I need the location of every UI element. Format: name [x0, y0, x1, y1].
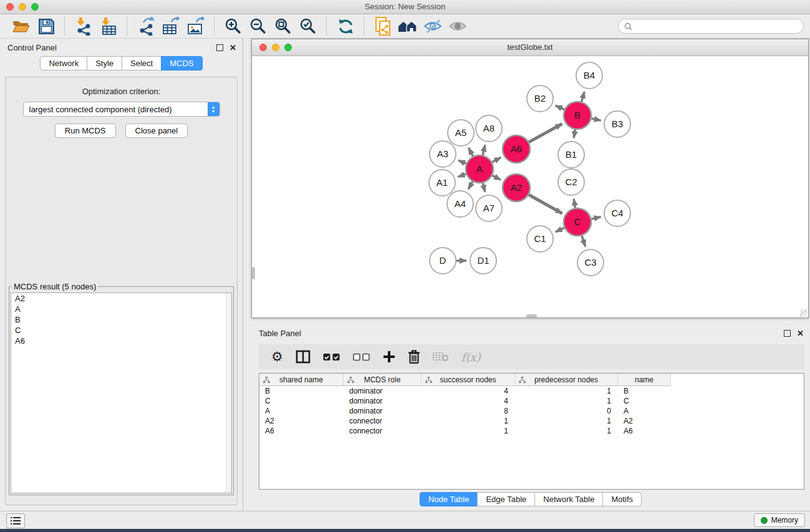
edge-C-C1[interactable]: [556, 228, 564, 231]
graph-node-A6[interactable]: A6: [503, 135, 530, 163]
clone-network-icon[interactable]: [370, 16, 395, 36]
table-row[interactable]: A2connector11A2: [259, 416, 804, 426]
float-panel-icon[interactable]: [216, 44, 223, 51]
graph-node-C1[interactable]: C1: [527, 226, 553, 252]
edge-A-A4[interactable]: [468, 181, 473, 189]
graph-node-A5[interactable]: A5: [448, 120, 474, 146]
graph-node-C2[interactable]: C2: [558, 169, 584, 195]
open-session-icon[interactable]: [9, 16, 34, 36]
graph-node-C[interactable]: C: [564, 208, 591, 236]
tab-mcds[interactable]: MCDS: [161, 56, 202, 70]
close-panel-icon[interactable]: ✕: [229, 45, 236, 51]
tab-network-table[interactable]: Network Table: [534, 492, 603, 506]
add-row-icon[interactable]: [383, 347, 395, 366]
mcds-result-item[interactable]: A: [11, 304, 231, 314]
network-canvas[interactable]: B4B2BB3A8A5A6A3B1AC2A1A2A4A7C4CC1DD1C3: [252, 56, 808, 317]
cell-successor-nodes[interactable]: 1: [422, 417, 515, 425]
cell-predecessor-nodes[interactable]: 0: [515, 407, 618, 415]
graph-node-C3[interactable]: C3: [577, 249, 604, 276]
select-all-icon[interactable]: [323, 347, 340, 366]
mcds-result-item[interactable]: A2: [11, 293, 231, 304]
edge-A-A7[interactable]: [483, 183, 485, 191]
cell-MCDS-role[interactable]: dominator: [344, 397, 422, 405]
cell-name[interactable]: A: [618, 407, 671, 415]
tab-network[interactable]: Network: [40, 56, 87, 70]
tab-select[interactable]: Select: [122, 56, 162, 70]
zoom-out-icon[interactable]: [246, 16, 271, 36]
optimization-criterion-select[interactable]: largest connected component (directed) ▲…: [23, 102, 220, 117]
cell-shared-name[interactable]: A: [259, 407, 344, 415]
refresh-layout-icon[interactable]: [333, 16, 358, 36]
tab-node-table[interactable]: Node Table: [420, 492, 478, 506]
task-history-button[interactable]: [6, 513, 25, 528]
show-all-icon[interactable]: [445, 16, 470, 36]
table-row[interactable]: A6connector11A6: [259, 426, 804, 436]
column-header-predecessor-nodes[interactable]: predecessor nodes: [515, 374, 618, 386]
graph-node-B4[interactable]: B4: [576, 62, 602, 89]
show-column-icon[interactable]: [296, 347, 311, 366]
import-table-icon[interactable]: [96, 16, 121, 36]
search-input[interactable]: [635, 21, 798, 31]
column-sort-icon[interactable]: [347, 377, 354, 384]
cell-predecessor-nodes[interactable]: 1: [515, 427, 618, 435]
cell-predecessor-nodes[interactable]: 1: [515, 397, 618, 405]
graph-node-D[interactable]: D: [430, 248, 456, 274]
cell-name[interactable]: A2: [618, 417, 671, 425]
edge-C-C2[interactable]: [574, 199, 575, 208]
cell-shared-name[interactable]: B: [259, 387, 344, 395]
network-graph[interactable]: B4B2BB3A8A5A6A3B1AC2A1A2A4A7C4CC1DD1C3: [252, 56, 808, 317]
graph-node-A7[interactable]: A7: [476, 195, 502, 221]
graph-node-C4[interactable]: C4: [604, 200, 630, 226]
mcds-result-item[interactable]: A6: [11, 336, 231, 346]
tab-motifs[interactable]: Motifs: [602, 492, 642, 506]
graph-node-A3[interactable]: A3: [430, 141, 456, 167]
graph-node-A8[interactable]: A8: [476, 115, 502, 142]
search-field[interactable]: [618, 19, 804, 34]
delete-row-icon[interactable]: [408, 347, 420, 366]
column-settings-icon[interactable]: ⚙: [271, 347, 283, 366]
table-row[interactable]: Adominator80A: [259, 406, 804, 416]
graph-node-B[interactable]: B: [564, 102, 591, 129]
unselect-all-icon[interactable]: [353, 347, 370, 366]
graph-node-A4[interactable]: A4: [447, 191, 473, 217]
edge-B-B2[interactable]: [556, 105, 564, 109]
result-scrollbar[interactable]: [226, 293, 231, 493]
cell-MCDS-role[interactable]: connector: [344, 427, 422, 435]
tab-style[interactable]: Style: [87, 56, 122, 70]
edge-C-C3[interactable]: [582, 236, 586, 246]
cell-successor-nodes[interactable]: 8: [422, 407, 515, 415]
edge-A-A1[interactable]: [458, 174, 466, 177]
cell-shared-name[interactable]: A6: [259, 427, 344, 435]
run-mcds-button[interactable]: Run MCDS: [55, 123, 116, 138]
column-sort-icon[interactable]: [263, 377, 270, 384]
node-table[interactable]: shared nameMCDS rolesuccessor nodesprede…: [259, 373, 804, 490]
column-sort-icon[interactable]: [425, 377, 432, 384]
column-header-MCDS-role[interactable]: MCDS role: [344, 374, 422, 386]
edge-A-A2[interactable]: [493, 175, 501, 180]
cell-successor-nodes[interactable]: 4: [422, 397, 515, 405]
float-table-panel-icon[interactable]: [784, 330, 791, 337]
cell-name[interactable]: B: [618, 387, 671, 395]
graph-node-B1[interactable]: B1: [558, 142, 584, 168]
window-resize-grip[interactable]: [800, 309, 808, 317]
graph-node-B3[interactable]: B3: [604, 111, 630, 137]
cell-successor-nodes[interactable]: 4: [422, 387, 515, 395]
mcds-result-list[interactable]: A2ABCA6: [11, 293, 232, 493]
mcds-result-item[interactable]: C: [11, 325, 231, 336]
save-session-icon[interactable]: [34, 16, 59, 36]
network-vscroll-thumb[interactable]: [252, 267, 255, 279]
edge-A2-C[interactable]: [529, 195, 562, 213]
zoom-in-icon[interactable]: [221, 16, 246, 36]
cell-predecessor-nodes[interactable]: 1: [515, 417, 618, 425]
network-window-titlebar[interactable]: testGlobe.txt: [252, 39, 808, 56]
table-row[interactable]: Cdominator41C: [259, 396, 804, 406]
column-header-successor-nodes[interactable]: successor nodes: [422, 374, 515, 386]
graph-node-D1[interactable]: D1: [470, 248, 496, 274]
zoom-fit-icon[interactable]: [271, 16, 296, 36]
cell-predecessor-nodes[interactable]: 1: [515, 387, 618, 395]
tab-edge-table[interactable]: Edge Table: [477, 492, 535, 506]
edge-A-A3[interactable]: [458, 160, 466, 163]
graph-node-A2[interactable]: A2: [503, 174, 530, 201]
column-sort-icon[interactable]: [519, 377, 526, 384]
cell-name[interactable]: A6: [618, 427, 671, 435]
